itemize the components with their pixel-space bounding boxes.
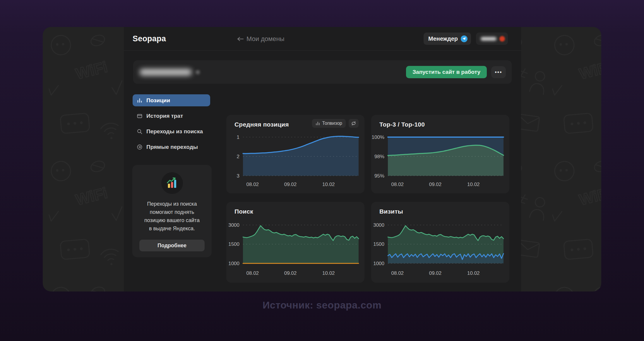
blurred-account-name xyxy=(481,37,496,41)
wallet-icon xyxy=(137,113,143,119)
app-window: Seopapa Мои домены Менеждер xyxy=(124,27,521,291)
chart-card-search: 30001500100008.0209.0210.02 Поиск xyxy=(226,202,364,283)
svg-text:95%: 95% xyxy=(374,173,384,179)
svg-text:08.02: 08.02 xyxy=(246,270,259,276)
svg-text:10.02: 10.02 xyxy=(322,182,335,187)
svg-text:08.02: 08.02 xyxy=(391,270,404,276)
chart-title: Поиск xyxy=(234,208,253,215)
promo-card: Переходы из поиска помогают поднять пози… xyxy=(132,165,212,257)
chart-card-visits: 30001500100008.0209.0210.02 Визиты xyxy=(371,202,509,283)
refresh-button[interactable] xyxy=(349,119,359,128)
telegram-icon xyxy=(461,35,467,42)
topvisor-badge[interactable]: Топвизор xyxy=(312,119,346,128)
chart-toolbar: Топвизор xyxy=(312,119,359,128)
domain-actions: Запустить сайт в работу ••• xyxy=(406,66,506,78)
svg-text:1500: 1500 xyxy=(373,241,384,247)
sidebar-item-positions[interactable]: Позиции xyxy=(133,94,210,106)
launch-site-button[interactable]: Запустить сайт в работу xyxy=(406,66,487,78)
app-logo: Seopapa xyxy=(133,34,166,43)
chart-card-average-position: 12308.0209.0210.02 Средняя позиция Топви… xyxy=(226,115,364,193)
svg-text:10.02: 10.02 xyxy=(467,270,480,276)
topvisor-badge-label: Топвизор xyxy=(322,121,342,126)
svg-text:2: 2 xyxy=(237,154,239,159)
svg-text:09.02: 09.02 xyxy=(284,270,297,276)
arrow-circle-icon xyxy=(137,144,143,150)
svg-text:3: 3 xyxy=(237,173,239,179)
svg-text:10.02: 10.02 xyxy=(467,182,480,187)
svg-text:10.02: 10.02 xyxy=(322,270,335,276)
sidebar-item-search-traffic[interactable]: Переходы из поиска xyxy=(133,125,210,137)
svg-text:100%: 100% xyxy=(372,134,384,140)
svg-text:1500: 1500 xyxy=(228,241,239,247)
svg-text:1000: 1000 xyxy=(373,261,384,266)
bar-chart-icon xyxy=(316,121,320,126)
manager-button[interactable]: Менеждер xyxy=(424,33,471,45)
breadcrumb-label: Мои домены xyxy=(246,35,285,43)
svg-text:3000: 3000 xyxy=(373,222,384,228)
top-bar: Seopapa Мои домены Менеждер xyxy=(124,27,521,51)
breadcrumb-my-domains[interactable]: Мои домены xyxy=(237,27,285,51)
topbar-actions: Менеждер xyxy=(424,33,508,45)
sidebar-item-label: История трат xyxy=(146,113,183,119)
svg-text:09.02: 09.02 xyxy=(429,182,442,187)
blurred-domain-name xyxy=(140,69,192,76)
svg-text:09.02: 09.02 xyxy=(429,270,442,276)
refresh-icon xyxy=(351,121,356,126)
sidebar-item-spend-history[interactable]: История трат xyxy=(133,110,210,122)
blurred-domain-chevron xyxy=(196,70,200,74)
sidebar-item-label: Позиции xyxy=(146,97,170,104)
svg-text:1: 1 xyxy=(237,134,239,140)
screenshot-card: WiFi xyxy=(43,27,601,291)
arrow-left-icon xyxy=(237,37,244,41)
svg-text:1000: 1000 xyxy=(228,261,239,266)
svg-text:08.02: 08.02 xyxy=(246,182,259,187)
chart-title: Top-3 / Top-100 xyxy=(379,121,425,128)
promo-details-button[interactable]: Подробнее xyxy=(139,240,205,251)
sidebar-item-direct-traffic[interactable]: Прямые переходы xyxy=(133,141,210,153)
chart-card-top3-top100: 100%98%95%08.0209.0210.02 Top-3 / Top-10… xyxy=(371,115,509,193)
svg-text:3000: 3000 xyxy=(228,222,239,228)
sidebar-item-label: Прямые переходы xyxy=(146,144,198,150)
sidebar-nav: Позиции История трат Переходы из поиска xyxy=(133,94,210,156)
screenshot-stage: WiFi xyxy=(0,0,644,341)
bar-chart-icon xyxy=(137,98,143,103)
svg-text:98%: 98% xyxy=(374,154,384,159)
more-options-button[interactable]: ••• xyxy=(491,66,506,78)
chart-title: Средняя позиция xyxy=(234,121,289,128)
promo-text: Переходы из поиска помогают поднять пози… xyxy=(144,200,200,233)
search-icon xyxy=(137,129,143,134)
status-dot xyxy=(499,36,505,42)
manager-button-label: Менеждер xyxy=(428,35,458,42)
svg-text:09.02: 09.02 xyxy=(284,182,297,187)
account-badge-blurred[interactable] xyxy=(476,33,508,45)
source-caption: Источник: seopapa.com xyxy=(0,299,644,311)
sidebar-item-label: Переходы из поиска xyxy=(146,128,203,135)
domain-header: Запустить сайт в работу ••• xyxy=(133,60,512,84)
chart-title: Визиты xyxy=(379,208,403,215)
svg-text:08.02: 08.02 xyxy=(391,182,404,187)
growth-chart-icon xyxy=(161,172,183,194)
